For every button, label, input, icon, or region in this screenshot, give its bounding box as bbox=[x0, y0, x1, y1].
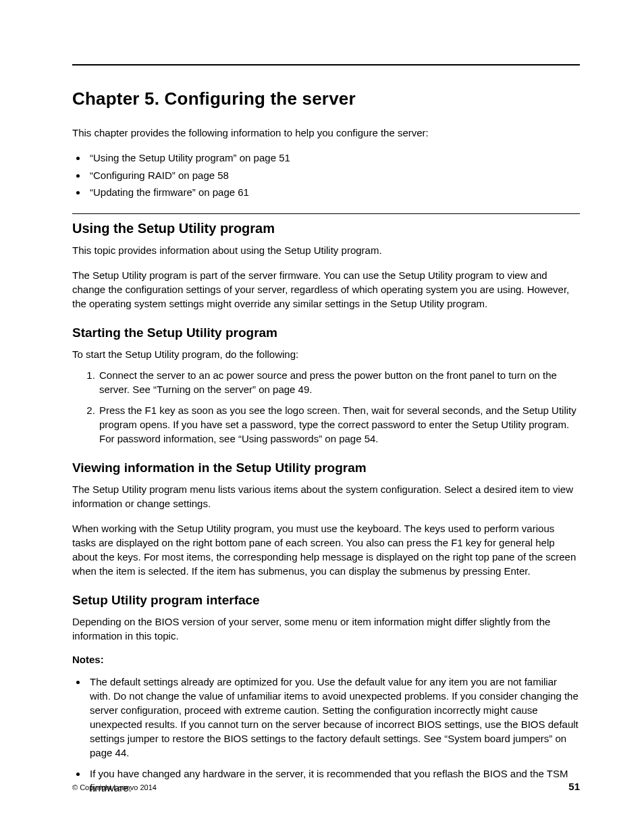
body-paragraph: Depending on the BIOS version of your se… bbox=[72, 615, 580, 643]
document-page: Chapter 5. Configuring the server This c… bbox=[0, 0, 644, 834]
intro-paragraph: This chapter provides the following info… bbox=[72, 126, 580, 140]
body-paragraph: The Setup Utility program menu lists var… bbox=[72, 482, 580, 511]
notes-list: The default settings already are optimiz… bbox=[72, 675, 580, 795]
body-paragraph: When working with the Setup Utility prog… bbox=[72, 521, 580, 578]
body-paragraph: To start the Setup Utility program, do t… bbox=[72, 347, 580, 361]
step-item: Connect the server to an ac power source… bbox=[98, 368, 580, 396]
subsection-heading-starting: Starting the Setup Utility program bbox=[72, 325, 580, 340]
step-item: Press the F1 key as soon as you see the … bbox=[98, 403, 580, 446]
toc-list: “Using the Setup Utility program” on pag… bbox=[72, 149, 580, 201]
subsection-heading-interface: Setup Utility program interface bbox=[72, 593, 580, 608]
toc-item: “Using the Setup Utility program” on pag… bbox=[87, 149, 580, 167]
toc-item: “Updating the firmware” on page 61 bbox=[87, 184, 580, 201]
note-item: The default settings already are optimiz… bbox=[87, 675, 580, 760]
notes-label: Notes: bbox=[72, 654, 580, 665]
page-number: 51 bbox=[568, 781, 580, 792]
body-paragraph: The Setup Utility program is part of the… bbox=[72, 268, 580, 311]
page-footer: © Copyright Lenovo 2014 51 bbox=[72, 781, 580, 792]
section-rule bbox=[72, 213, 580, 214]
section-heading-using-setup: Using the Setup Utility program bbox=[72, 221, 580, 236]
chapter-title: Chapter 5. Configuring the server bbox=[72, 88, 580, 109]
steps-list: Connect the server to an ac power source… bbox=[72, 368, 580, 446]
subsection-heading-viewing: Viewing information in the Setup Utility… bbox=[72, 461, 580, 475]
copyright-text: © Copyright Lenovo 2014 bbox=[72, 783, 157, 791]
top-rule bbox=[72, 64, 580, 66]
body-paragraph: This topic provides information about us… bbox=[72, 243, 580, 257]
toc-item: “Configuring RAID” on page 58 bbox=[87, 167, 580, 184]
